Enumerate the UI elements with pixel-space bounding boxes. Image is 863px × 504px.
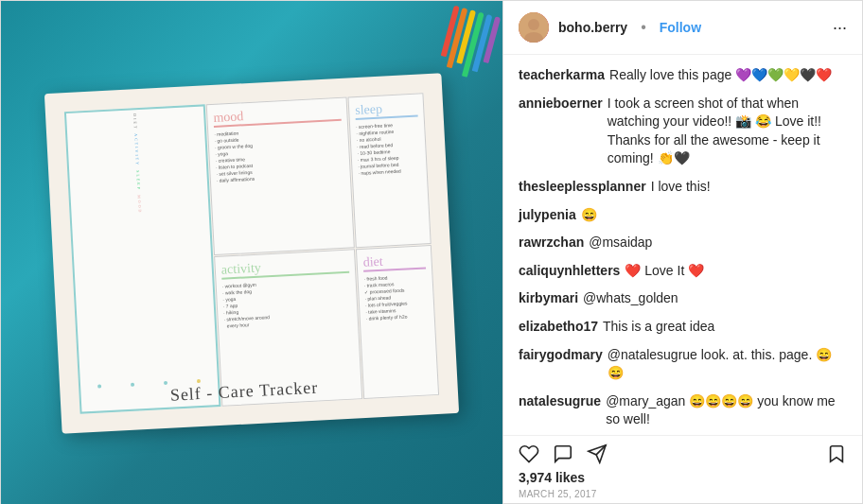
comment-username[interactable]: elizabetho17 xyxy=(519,318,598,337)
tracker-mood-label: MOOD xyxy=(137,194,143,213)
comment-item: elizabetho17This is a great idea xyxy=(519,318,847,337)
comment-text: @natalesugrue look. at. this. page. 😄😄 xyxy=(608,346,847,383)
comment-text: 😄 xyxy=(581,206,597,225)
post-header: boho.berry • Follow ··· xyxy=(503,1,862,55)
comment-item: thesleeplessplannerI love this! xyxy=(519,178,847,197)
post-actions: 3,974 likes MARCH 25, 2017 xyxy=(503,435,862,503)
comment-item: kirbymari@whats_golden xyxy=(519,289,847,308)
comment-username[interactable]: fairygodmary xyxy=(519,346,603,383)
comment-username[interactable]: thesleeplessplanner xyxy=(519,178,646,197)
more-options-icon[interactable]: ··· xyxy=(833,18,847,38)
notebook: mood · meditation · go outside · groom w… xyxy=(44,73,459,433)
comment-username[interactable]: caliquynhletters xyxy=(519,262,620,281)
pens-decoration xyxy=(437,6,501,82)
comment-text: @mary_agan 😄😄😄😄 you know me so well! xyxy=(606,392,847,429)
tracker-section: DIET ACTIVITY SLEEP MOOD xyxy=(64,104,221,413)
comment-item: caliquynhletters❤️ Love It ❤️ xyxy=(519,262,847,281)
sleep-title: sleep xyxy=(355,99,418,119)
comments-section[interactable]: teacherkarmaReally love this page 💜💙💚💛🖤❤… xyxy=(503,55,862,435)
comment-username[interactable]: teacherkarma xyxy=(519,66,605,85)
comment-item: rawrzchan@msaidap xyxy=(519,234,847,252)
avatar[interactable] xyxy=(519,12,549,43)
comment-username[interactable]: natalesugrue xyxy=(519,392,601,429)
comment-item: fairygodmary@natalesugrue look. at. this… xyxy=(519,346,847,383)
post-container: mood · meditation · go outside · groom w… xyxy=(0,0,863,504)
avatar-image xyxy=(519,12,549,43)
tracker-diet-label: DIET xyxy=(132,113,138,130)
follow-button[interactable]: Follow xyxy=(660,20,701,35)
comment-username[interactable]: rawrzchan xyxy=(519,234,584,252)
diet-title: diet xyxy=(362,251,426,270)
activity-title: activity xyxy=(220,255,349,279)
share-button[interactable] xyxy=(587,443,608,464)
comment-text: @whats_golden xyxy=(583,289,678,308)
comment-text: I love this! xyxy=(651,178,711,197)
comment-username[interactable]: kirbymari xyxy=(519,289,578,308)
comment-username[interactable]: julypenia xyxy=(519,206,576,225)
activity-content: · workout @gym · walk the dog · yoga · 7… xyxy=(222,276,352,329)
diet-section: diet · fresh food · track macros ✓ proce… xyxy=(356,244,439,398)
bookmark-button[interactable] xyxy=(826,443,847,464)
comment-text: ❤️ Love It ❤️ xyxy=(625,262,704,281)
comment-text: @msaidap xyxy=(589,234,652,252)
comment-item: julypenia😄 xyxy=(519,206,847,225)
mood-title: mood xyxy=(213,103,342,127)
comment-item: natalesugrue@mary_agan 😄😄😄😄 you know me … xyxy=(519,392,847,429)
comment-text: This is a great idea xyxy=(603,318,714,337)
header-username[interactable]: boho.berry xyxy=(558,20,627,35)
comment-item: teacherkarmaReally love this page 💜💙💚💛🖤❤… xyxy=(519,66,847,85)
tracker-activity-label: ACTIVITY xyxy=(133,133,140,166)
comment-text: I took a screen shot of that when watchi… xyxy=(608,95,847,168)
sleep-content: · screen-free time · nighttime routine ·… xyxy=(356,120,421,176)
tracker-sleep-label: SLEEP xyxy=(135,170,141,191)
post-image: mood · meditation · go outside · groom w… xyxy=(1,1,502,504)
comment-text: Really love this page 💜💙💚💛🖤❤️ xyxy=(609,66,832,85)
like-button[interactable] xyxy=(519,443,539,464)
comment-button[interactable] xyxy=(553,443,573,464)
post-right-panel: boho.berry • Follow ··· teacherkarmaReal… xyxy=(502,1,862,503)
diet-content: · fresh food · track macros ✓ processed … xyxy=(363,271,428,321)
comment-username[interactable]: annieboerner xyxy=(519,95,603,168)
mood-content: · meditation · go outside · groom w the … xyxy=(214,124,344,183)
likes-count: 3,974 likes xyxy=(519,470,847,485)
header-dot: • xyxy=(641,19,646,36)
action-icons-row xyxy=(519,443,847,464)
mood-section: mood · meditation · go outside · groom w… xyxy=(206,96,355,254)
comment-item: annieboernerI took a screen shot of that… xyxy=(519,95,847,168)
post-date: MARCH 25, 2017 xyxy=(519,489,847,499)
svg-point-1 xyxy=(528,19,539,30)
sleep-section: sleep · screen-free time · nighttime rou… xyxy=(347,93,431,247)
